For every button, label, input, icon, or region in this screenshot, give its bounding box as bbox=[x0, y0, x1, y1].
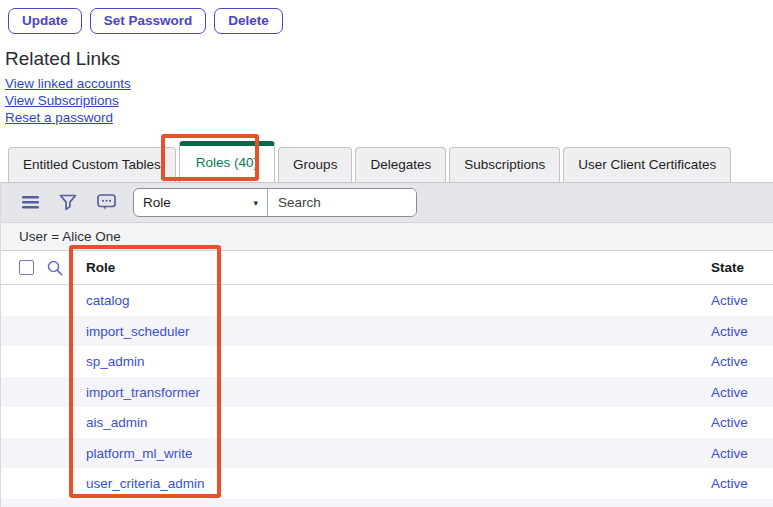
state-cell[interactable]: Active bbox=[711, 446, 748, 461]
role-link[interactable]: user_criteria_admin bbox=[86, 476, 205, 491]
tab-roles[interactable]: Roles (40) bbox=[179, 141, 275, 182]
role-link[interactable]: sp_admin bbox=[86, 354, 145, 369]
link-view-subscriptions[interactable]: View Subscriptions bbox=[5, 92, 119, 109]
link-view-linked-accounts[interactable]: View linked accounts bbox=[5, 75, 131, 92]
state-cell[interactable]: Active bbox=[711, 354, 748, 369]
list-menu-icon[interactable] bbox=[11, 188, 49, 218]
state-cell[interactable]: Active bbox=[711, 415, 748, 430]
table-row: import_transformer Active bbox=[1, 377, 773, 408]
list-toolbar: Role ▾ bbox=[1, 183, 773, 223]
tab-subscriptions[interactable]: Subscriptions bbox=[449, 147, 560, 182]
column-header-role[interactable]: Role bbox=[86, 260, 115, 275]
tab-delegates[interactable]: Delegates bbox=[355, 147, 446, 182]
table-row: ais_admin Active bbox=[1, 407, 773, 438]
role-link[interactable]: import_scheduler bbox=[86, 324, 190, 339]
form-action-bar: Update Set Password Delete bbox=[0, 0, 773, 34]
chevron-down-icon: ▾ bbox=[253, 198, 258, 208]
column-header-state[interactable]: State bbox=[711, 260, 744, 275]
table-row: sp_admin Active bbox=[1, 346, 773, 377]
tab-groups[interactable]: Groups bbox=[278, 147, 352, 182]
delete-button[interactable]: Delete bbox=[214, 8, 283, 34]
role-link[interactable]: platform_ml_write bbox=[86, 446, 193, 461]
select-all-checkbox[interactable] bbox=[19, 260, 34, 275]
tab-user-client-certificates[interactable]: User Client Certificates bbox=[563, 147, 731, 182]
table-row-partial bbox=[1, 499, 773, 507]
breadcrumb[interactable]: User = Alice One bbox=[19, 229, 121, 244]
roles-table-header: Role State bbox=[1, 251, 773, 285]
table-row: user_criteria_admin Active bbox=[1, 468, 773, 499]
column-search-icon[interactable] bbox=[47, 260, 63, 276]
breadcrumb-bar: User = Alice One bbox=[1, 223, 773, 251]
role-link[interactable]: import_transformer bbox=[86, 385, 200, 400]
state-cell[interactable]: Active bbox=[711, 324, 748, 339]
roles-table-body: catalog Active import_scheduler Active s… bbox=[1, 285, 773, 507]
set-password-button[interactable]: Set Password bbox=[90, 8, 207, 34]
list-search-input[interactable] bbox=[268, 189, 416, 216]
role-link[interactable]: ais_admin bbox=[86, 415, 148, 430]
related-links-list: View linked accounts View Subscriptions … bbox=[5, 75, 773, 126]
filter-icon[interactable] bbox=[49, 188, 87, 218]
state-cell[interactable]: Active bbox=[711, 385, 748, 400]
user-record-page: Update Set Password Delete Related Links… bbox=[0, 0, 773, 507]
search-column-value: Role bbox=[143, 195, 171, 210]
related-links-heading: Related Links bbox=[5, 49, 773, 69]
roles-list-region: Role ▾ User = Alice One Role State bbox=[0, 183, 773, 507]
related-lists-tabstrip: Entitled Custom Tables Roles (40) Groups… bbox=[0, 136, 773, 183]
table-row: platform_ml_write Active bbox=[1, 438, 773, 469]
table-row: import_scheduler Active bbox=[1, 316, 773, 347]
state-cell[interactable]: Active bbox=[711, 476, 748, 491]
link-reset-a-password[interactable]: Reset a password bbox=[5, 109, 113, 126]
state-cell[interactable]: Active bbox=[711, 293, 748, 308]
table-row: catalog Active bbox=[1, 285, 773, 316]
list-search-combo: Role ▾ bbox=[133, 188, 417, 217]
tab-entitled-custom-tables[interactable]: Entitled Custom Tables bbox=[8, 147, 176, 182]
role-link[interactable]: catalog bbox=[86, 293, 130, 308]
update-button[interactable]: Update bbox=[8, 8, 82, 34]
search-column-select[interactable]: Role ▾ bbox=[134, 189, 268, 216]
activity-stream-icon[interactable] bbox=[87, 188, 125, 218]
